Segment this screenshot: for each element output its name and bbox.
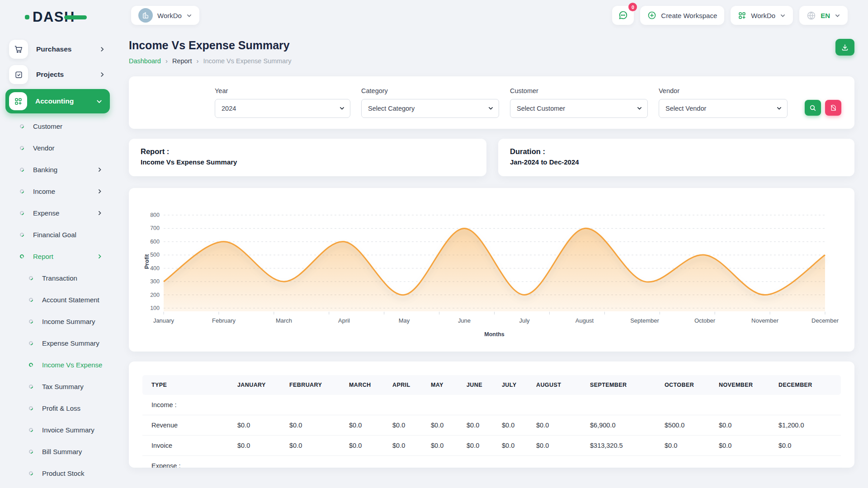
bullet-circle-icon xyxy=(28,427,34,433)
sidebar-item-profit-loss[interactable]: Profit & Loss xyxy=(0,397,115,419)
workdo-menu-button[interactable]: WorkDo xyxy=(731,6,793,25)
column-header: NOVEMBER xyxy=(714,375,774,395)
sidebar-item-label: Income Vs Expense xyxy=(42,361,103,369)
create-workspace-label: Create Workspace xyxy=(661,12,717,19)
svg-text:700: 700 xyxy=(150,225,160,231)
column-header: MAY xyxy=(426,375,462,395)
sidebar-item-expense-summary[interactable]: Expense Summary xyxy=(0,332,115,354)
bullet-circle-icon xyxy=(28,319,34,324)
cell-value: $0.0 xyxy=(233,436,285,456)
sidebar-item-label: Purchases xyxy=(36,45,99,53)
sidebar-item-projects[interactable]: Projects xyxy=(0,62,115,87)
cell-value: $0.0 xyxy=(462,436,497,456)
sidebar-item-income-summary[interactable]: Income Summary xyxy=(0,310,115,332)
bullet-circle-icon xyxy=(19,167,25,173)
year-select[interactable]: 2024 xyxy=(215,99,350,118)
bullet-circle-icon xyxy=(28,470,34,476)
topbar: WorkDo 0 Create Workspace WorkDo EN xyxy=(115,0,868,26)
sidebar-item-purchases[interactable]: Purchases xyxy=(0,37,115,62)
sidebar-nav: Purchases Projects Accounting CustomerVe… xyxy=(0,37,115,488)
bullet-circle-icon xyxy=(19,232,25,238)
cell-value: $500.0 xyxy=(660,415,714,436)
apply-filter-button[interactable] xyxy=(805,100,821,116)
bullet-circle-icon xyxy=(28,405,34,411)
svg-text:September: September xyxy=(630,317,659,324)
cell-value: $0.0 xyxy=(388,436,426,456)
svg-text:200: 200 xyxy=(150,292,160,298)
sidebar-item-label: Accounting xyxy=(35,97,96,105)
logo-dot-icon xyxy=(25,15,29,19)
sidebar-item-transaction[interactable]: Transaction xyxy=(0,267,115,289)
create-workspace-button[interactable]: Create Workspace xyxy=(640,6,724,25)
breadcrumb-report[interactable]: Report xyxy=(172,57,192,65)
sidebar-item-label: Banking xyxy=(33,166,97,174)
sidebar-item-tax-summary[interactable]: Tax Summary xyxy=(0,375,115,397)
workspace-selector[interactable]: WorkDo xyxy=(131,6,199,25)
year-filter-label: Year xyxy=(215,87,350,94)
topbar-actions: 0 Create Workspace WorkDo EN xyxy=(612,6,848,25)
sidebar-item-expense[interactable]: Expense xyxy=(0,202,115,224)
svg-text:Months: Months xyxy=(484,331,504,338)
sidebar-item-cash-flow[interactable]: Cash Flow xyxy=(0,484,115,488)
svg-text:April: April xyxy=(338,317,350,324)
chevron-right-icon: › xyxy=(196,57,198,65)
sidebar-item-invoice-summary[interactable]: Invoice Summary xyxy=(0,419,115,441)
chevron-down-icon xyxy=(780,13,786,19)
messages-badge: 0 xyxy=(628,3,637,11)
bullet-circle-icon xyxy=(19,188,25,194)
breadcrumb-dashboard[interactable]: Dashboard xyxy=(129,57,161,65)
sidebar-item-account-statement[interactable]: Account Statement xyxy=(0,289,115,310)
category-select[interactable]: Select Category xyxy=(361,99,499,118)
sidebar-item-label: Account Statement xyxy=(42,296,103,304)
report-card-value: Income Vs Expense Summary xyxy=(141,158,475,166)
column-header: DECEMBER xyxy=(774,375,841,395)
sidebar-item-report[interactable]: Report xyxy=(0,245,115,267)
sidebar-item-banking[interactable]: Banking xyxy=(0,159,115,180)
customer-select[interactable]: Select Customer xyxy=(510,99,648,118)
svg-text:November: November xyxy=(751,317,779,324)
messages-button[interactable]: 0 xyxy=(612,6,634,25)
row-type: Invoice xyxy=(142,436,233,456)
profit-chart-card: 100200300400500600700800JanuaryFebruaryM… xyxy=(129,188,854,352)
cell-value: $0.0 xyxy=(462,415,497,436)
breadcrumb: Dashboard › Report › Income Vs Expense S… xyxy=(129,57,292,65)
reset-filter-button[interactable] xyxy=(825,100,841,116)
sidebar-item-financial-goal[interactable]: Financial Goal xyxy=(0,224,115,245)
chevron-right-icon xyxy=(97,167,103,173)
chevron-right-icon xyxy=(99,71,105,78)
svg-text:March: March xyxy=(276,317,292,324)
svg-text:Profit: Profit xyxy=(144,254,150,269)
workspace-name: WorkDo xyxy=(157,12,182,19)
sidebar-item-label: Expense Summary xyxy=(42,339,103,347)
cell-value: $0.0 xyxy=(426,436,462,456)
sidebar-item-customer[interactable]: Customer xyxy=(0,115,115,137)
svg-text:500: 500 xyxy=(150,252,160,258)
bullet-circle-icon xyxy=(28,340,34,346)
sidebar-item-income[interactable]: Income xyxy=(0,180,115,202)
bullet-circle-icon xyxy=(28,449,34,455)
sidebar-item-label: Transaction xyxy=(42,274,103,282)
svg-text:800: 800 xyxy=(150,212,160,218)
chevron-right-icon: › xyxy=(165,57,168,65)
cell-value: $0.0 xyxy=(285,436,344,456)
app-logo[interactable]: DASH xyxy=(0,0,115,24)
language-selector[interactable]: EN xyxy=(799,6,848,25)
sidebar-item-income-vs-expense[interactable]: Income Vs Expense xyxy=(0,354,115,375)
svg-text:400: 400 xyxy=(150,265,160,272)
column-header: FEBRUARY xyxy=(285,375,344,395)
accounting-grid-icon xyxy=(9,92,27,110)
sidebar-item-label: Bill Summary xyxy=(42,448,103,455)
sidebar-item-bill-summary[interactable]: Bill Summary xyxy=(0,441,115,462)
vendor-select[interactable]: Select Vendor xyxy=(659,99,788,118)
download-report-button[interactable] xyxy=(835,39,854,56)
page-title: Income Vs Expense Summary xyxy=(129,39,292,52)
sidebar-item-product-stock[interactable]: Product Stock xyxy=(0,462,115,484)
cell-value: $0.0 xyxy=(714,415,774,436)
cell-value: $0.0 xyxy=(285,415,344,436)
cart-icon xyxy=(9,40,28,59)
sidebar-item-accounting[interactable]: Accounting xyxy=(5,89,110,113)
language-label: EN xyxy=(821,12,830,19)
bullet-circle-icon xyxy=(19,210,25,216)
cell-value: $0.0 xyxy=(497,436,532,456)
sidebar-item-vendor[interactable]: Vendor xyxy=(0,137,115,159)
